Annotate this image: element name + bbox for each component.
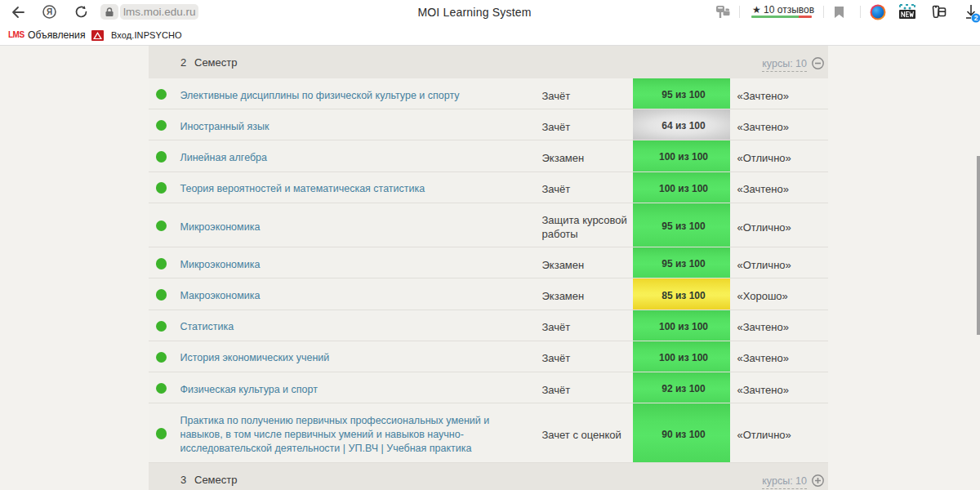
svg-text:2: 2 (974, 14, 978, 22)
